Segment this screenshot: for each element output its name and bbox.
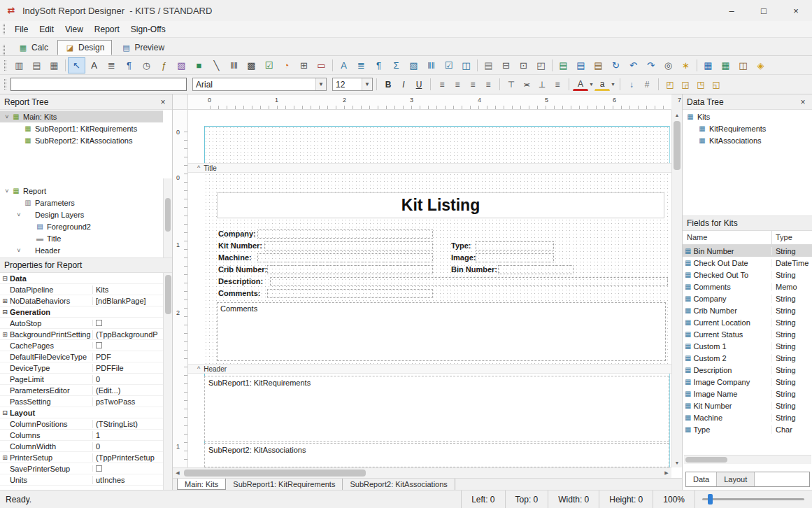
dbtext-field-box[interactable]: [476, 253, 554, 262]
expand-icon[interactable]: ⊟⊞: [0, 275, 10, 282]
dbmemo-tool-icon[interactable]: ≣: [352, 57, 370, 73]
property-row-autostop[interactable]: ⊟⊞ AutoStop: [0, 318, 163, 329]
minimize-button[interactable]: –: [715, 0, 748, 21]
barcode-2d-tool-icon[interactable]: ▩: [243, 57, 260, 73]
align-toolbar-toggle-icon[interactable]: ▥: [10, 57, 28, 73]
band-collapse-icon[interactable]: ^: [197, 164, 200, 171]
field-row-image-company[interactable]: ▦ Image Company String: [683, 376, 812, 388]
property-row-parameterseditor[interactable]: ⊟⊞ ParametersEditor (Edit...): [0, 385, 163, 396]
field-row-custom-2[interactable]: ▦ Custom 2 String: [683, 352, 812, 364]
expand-icon[interactable]: ⊟⊞: [0, 454, 10, 461]
property-row-saveprintersetup[interactable]: ⊟⊞ SavePrinterSetup: [0, 463, 163, 474]
property-value[interactable]: Kits: [92, 285, 163, 294]
tab-design[interactable]: ◪ Design: [57, 40, 112, 55]
canvas-vertical-scrollbar[interactable]: ▲ ▼: [671, 110, 682, 467]
field-row-custom-1[interactable]: ▦ Custom 1 String: [683, 340, 812, 352]
property-value[interactable]: psTwoPass: [92, 397, 163, 406]
crosstab-tool-icon[interactable]: ⊞: [295, 57, 313, 73]
field-label[interactable]: Type:: [451, 241, 471, 250]
report-title-label[interactable]: Kit Listing: [217, 192, 664, 218]
dbtext-field-box[interactable]: [476, 241, 554, 251]
field-row-machine[interactable]: ▦ Machine String: [683, 411, 812, 423]
property-row-datapipeline[interactable]: ⊟⊞ DataPipeline Kits: [0, 284, 163, 295]
data-grid-icon[interactable]: ▦: [717, 57, 734, 73]
tree-item-design-layers[interactable]: ˅ Design Layers: [0, 209, 163, 220]
toolbar-separator[interactable]: [550, 57, 555, 73]
column-header-type[interactable]: Type: [772, 231, 812, 244]
property-value[interactable]: PDF: [92, 353, 163, 361]
property-value[interactable]: (TppBackgroundP: [92, 330, 163, 339]
font-color-dropdown-icon[interactable]: ▼: [588, 82, 594, 87]
field-label[interactable]: Image:: [451, 253, 476, 262]
property-row-columns[interactable]: ⊟⊞ Columns 1: [0, 430, 163, 441]
dbrichtext-tool-icon[interactable]: ¶: [370, 57, 387, 73]
title-band-bar[interactable]: ^ Title: [188, 163, 671, 173]
checkbox-icon[interactable]: [96, 342, 102, 348]
summary-band-icon[interactable]: ⊡: [515, 57, 532, 73]
property-value[interactable]: (TppPrinterSetup: [92, 453, 163, 462]
property-row-printersetup[interactable]: ⊟⊞ PrinterSetup (TppPrinterSetup: [0, 452, 163, 463]
expand-icon[interactable]: ⊟⊞: [0, 309, 10, 316]
dbcheckbox-tool-icon[interactable]: ☑: [440, 57, 457, 73]
page-tab-subreport2[interactable]: SubReport2: KitAssociations: [343, 479, 455, 490]
region-tool-icon[interactable]: ▭: [313, 57, 330, 73]
calc-tool-icon[interactable]: ◔: [278, 57, 295, 73]
layout-tab[interactable]: Layout: [717, 472, 755, 486]
maximize-button[interactable]: □: [748, 0, 780, 21]
field-row-company[interactable]: ▦ Company String: [683, 292, 812, 304]
data-tree-item-kitrequirements[interactable]: ▦ KitRequirements: [683, 122, 812, 134]
field-label[interactable]: Description:: [218, 277, 263, 285]
valign-top-icon[interactable]: ⊤: [504, 77, 519, 92]
bold-button[interactable]: B: [380, 77, 396, 92]
band-collapse-icon[interactable]: ^: [197, 365, 200, 372]
highlight-button[interactable]: a: [594, 78, 610, 91]
page-tab-subreport1[interactable]: SubReport1: KitRequirements: [226, 479, 343, 490]
checkbox-tool-icon[interactable]: ☑: [260, 57, 278, 73]
menu-sign-offs[interactable]: Sign-Offs: [125, 22, 171, 36]
field-row-type[interactable]: ▦ Type Char: [683, 423, 812, 435]
dbbarcode-tool-icon[interactable]: ‖‖: [422, 57, 440, 73]
menu-report[interactable]: Report: [89, 22, 125, 36]
field-row-kit-number[interactable]: ▦ Kit Number String: [683, 400, 812, 411]
report-canvas[interactable]: ^ Title Kit Listing Company: Kit Number:…: [188, 110, 671, 467]
subreport-tool-icon[interactable]: ◰: [532, 57, 550, 73]
toolbar-grip[interactable]: [4, 60, 6, 71]
property-value[interactable]: [92, 320, 163, 326]
field-row-check-out-date[interactable]: ▦ Check Out Date DateTime: [683, 257, 812, 269]
property-value[interactable]: [ndBlankPage]: [92, 297, 163, 305]
undo-icon[interactable]: ↶: [625, 57, 642, 73]
move-forward-icon[interactable]: ◳: [693, 77, 708, 92]
property-row-defaultfiledevicetype[interactable]: ⊟⊞ DefaultFileDeviceType PDF: [0, 351, 163, 362]
dbtext-field-box[interactable]: [257, 230, 433, 239]
dbtext-field-box[interactable]: [270, 277, 668, 286]
menu-file[interactable]: File: [9, 22, 34, 36]
column-header-name[interactable]: Name: [683, 231, 772, 244]
property-row-nodatabehaviors[interactable]: ⊟⊞ NoDataBehaviors [ndBlankPage]: [0, 295, 163, 306]
field-label[interactable]: Bin Number:: [451, 265, 497, 274]
dbtext-field-box[interactable]: [498, 265, 574, 274]
space-toolbar-toggle-icon[interactable]: ▤: [28, 57, 45, 73]
data-tree-item-kitassociations[interactable]: ▦ KitAssociations: [683, 134, 812, 146]
tree-item-header[interactable]: ˅ Header: [0, 244, 163, 256]
subreport1-region[interactable]: SubReport1: KitRequirements: [204, 376, 669, 442]
menubar-grip[interactable]: [3, 24, 5, 34]
design-label-type[interactable]: Type:: [188, 241, 671, 251]
design-label-comments[interactable]: Comments:: [188, 289, 671, 299]
wizard-icon[interactable]: ∗: [677, 57, 695, 73]
align-center-icon[interactable]: ≡: [450, 77, 465, 92]
shape-tool-icon[interactable]: ■: [190, 57, 208, 73]
dbtext-tool-icon[interactable]: A: [335, 57, 352, 73]
property-row-devicetype[interactable]: ⊟⊞ DeviceType PDFFile: [0, 362, 163, 374]
dbchart-tool-icon[interactable]: ◫: [457, 57, 475, 73]
tree-caret-icon[interactable]: ˅: [15, 247, 23, 254]
anchor-icon[interactable]: ↓: [624, 77, 639, 92]
redo-icon[interactable]: ↷: [642, 57, 660, 73]
toolbar-separator[interactable]: [63, 57, 68, 73]
menu-view[interactable]: View: [59, 22, 89, 36]
toolbar-separator[interactable]: [475, 57, 480, 73]
design-label-company[interactable]: Company:: [188, 230, 671, 239]
chart-grid-icon[interactable]: ◫: [734, 57, 752, 73]
tree-item-subreport2[interactable]: ▦ SubReport2: KitAssociations: [0, 134, 163, 146]
band-workspace[interactable]: [204, 126, 670, 163]
design-label-description[interactable]: Description:: [188, 277, 671, 287]
